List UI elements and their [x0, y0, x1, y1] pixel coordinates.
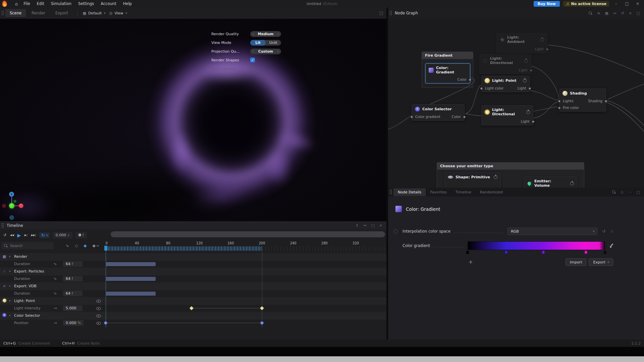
axis-gizmo[interactable]: z: [4, 190, 28, 221]
menu-file[interactable]: File: [22, 1, 31, 6]
node-color-selector[interactable]: Color Selector Color gradient Color: [412, 104, 465, 121]
timeline-search-box[interactable]: [1, 242, 54, 249]
track-lane[interactable]: [106, 268, 386, 275]
close-panel-icon[interactable]: ×: [379, 223, 382, 228]
frame-fire-gradient[interactable]: Fire Gradient Color: Gradient Color: [422, 52, 473, 88]
collapse-triangle[interactable]: ▾: [9, 314, 10, 317]
node-graph-canvas[interactable]: Light: Ambient Light Fire Gradient Color…: [388, 19, 644, 188]
track-row[interactable]: ▦ ▾ Render: [0, 253, 386, 260]
keyframe-diamond[interactable]: [190, 306, 194, 310]
import-button[interactable]: Import: [566, 258, 587, 266]
output-port[interactable]: [530, 69, 532, 72]
next-frame-button[interactable]: ▶|: [24, 234, 28, 237]
param-value-field[interactable]: 0.000 %: [63, 320, 84, 326]
track-lane[interactable]: [106, 290, 386, 297]
visibility-eye-icon[interactable]: [96, 313, 101, 318]
favorite-star-icon[interactable]: ☆: [610, 229, 614, 234]
track-row[interactable]: ∞ ▾ Export: VDB: [0, 283, 386, 290]
menu-simulation[interactable]: Simulation: [50, 1, 72, 6]
panel-drag-handle[interactable]: [1, 10, 4, 16]
stepper-prev-icon[interactable]: ‹: [253, 32, 254, 36]
add-gradient-stop-button[interactable]: +: [469, 259, 473, 265]
node-light-directional-disabled[interactable]: Light: Directional Light: [479, 54, 531, 74]
track-lane[interactable]: [106, 275, 386, 282]
input-port[interactable]: [480, 87, 483, 90]
track-param-row[interactable]: Duration ∿ 64 f: [0, 275, 386, 283]
z-axis-handle[interactable]: z: [9, 192, 14, 197]
visibility-eye-icon[interactable]: [96, 306, 101, 311]
track-row[interactable]: ▾ Light: Point: [0, 297, 386, 305]
fit-view-icon[interactable]: ↔: [613, 11, 616, 15]
node-light-directional[interactable]: Light: Directional Light: [481, 105, 533, 125]
expand-panel-icon[interactable]: □: [637, 190, 640, 194]
gradient-stop-handle[interactable]: [504, 250, 507, 254]
track-lane[interactable]: [106, 305, 386, 312]
track-lane[interactable]: [106, 253, 386, 260]
tab-scene[interactable]: Scene: [5, 9, 26, 17]
collapse-triangle[interactable]: ▾: [9, 285, 10, 288]
track-lane[interactable]: [106, 260, 386, 267]
frame-field[interactable]: 0 f: [75, 232, 87, 239]
menu-account[interactable]: Account: [100, 1, 117, 6]
menu-edit[interactable]: Edit: [36, 1, 45, 6]
stepper-next-icon[interactable]: ›: [277, 50, 279, 53]
curve-icon[interactable]: ∿: [54, 262, 57, 266]
track-lane[interactable]: [106, 319, 386, 326]
track-param-row[interactable]: Position → 0.000 %: [0, 319, 386, 327]
keyframe-diamond[interactable]: [260, 321, 264, 325]
tab-export[interactable]: Export: [51, 9, 72, 17]
negative-x-axis-handle[interactable]: [2, 204, 6, 208]
search-icon[interactable]: [612, 190, 616, 194]
tangent-tool-icon[interactable]: ∿: [66, 243, 69, 248]
search-input[interactable]: [10, 244, 47, 248]
shrink-panel-icon[interactable]: ↕: [356, 223, 359, 228]
view-mode-lit-button[interactable]: Lit: [250, 40, 266, 46]
projection-quality-stepper[interactable]: ‹ Custom ›: [250, 49, 281, 54]
output-port[interactable]: [546, 48, 548, 51]
track-lane[interactable]: [106, 297, 386, 304]
collapse-triangle[interactable]: ▾: [9, 299, 10, 302]
gizmo-origin-handle[interactable]: [9, 203, 14, 208]
param-value-field[interactable]: 5.000: [63, 305, 83, 311]
negative-z-axis-handle[interactable]: [9, 215, 14, 220]
license-warning-badge[interactable]: ⚠ No active license: [563, 1, 609, 7]
auto-key-icon[interactable]: ◆: [84, 243, 87, 248]
skip-to-end-button[interactable]: ▶▶|: [31, 234, 36, 237]
gradient-stop-handle[interactable]: [584, 250, 587, 254]
track-row[interactable]: ▾ Color Selector: [0, 312, 386, 319]
reset-view-icon[interactable]: ↺: [621, 11, 624, 15]
tab-favorites[interactable]: Favorites: [426, 188, 451, 196]
param-value-field[interactable]: 64 f: [63, 291, 83, 296]
power-toggle-icon[interactable]: [523, 79, 527, 82]
play-button[interactable]: ▶: [17, 233, 21, 238]
output-port[interactable]: [529, 87, 531, 90]
interpolation-dropdown[interactable]: RGB ▾: [507, 228, 597, 235]
curve-icon[interactable]: ∿: [54, 291, 57, 296]
color-gradient-bar[interactable]: [468, 241, 605, 250]
tab-randomized[interactable]: Randomized: [476, 188, 507, 196]
viewport-3d[interactable]: Render Quality ‹ Medium › View Mode Lit …: [0, 19, 386, 221]
stepper-next-icon[interactable]: ›: [277, 32, 279, 36]
timeline-zoom-scrollbar[interactable]: [111, 231, 385, 237]
stepper-prev-icon[interactable]: ‹: [253, 50, 254, 53]
arrow-icon[interactable]: →: [54, 306, 57, 310]
arrow-icon[interactable]: →: [54, 321, 57, 325]
keyframe-diamond[interactable]: [260, 306, 264, 310]
menu-settings[interactable]: Settings: [77, 1, 95, 6]
expand-panel-icon[interactable]: ↔: [363, 223, 366, 228]
panel-drag-handle[interactable]: [389, 189, 392, 195]
close-panel-icon[interactable]: ×: [629, 11, 632, 15]
duration-bar[interactable]: [106, 262, 156, 266]
minimize-button[interactable]: –: [612, 1, 620, 6]
maximize-button[interactable]: □: [623, 1, 631, 6]
duration-bar[interactable]: [106, 277, 156, 281]
power-toggle-icon[interactable]: [524, 59, 528, 63]
render-shapes-checkbox[interactable]: ✓: [250, 58, 255, 62]
y-axis-handle[interactable]: [13, 200, 16, 203]
home-icon[interactable]: ⌂: [15, 1, 18, 6]
view-mode-unlit-button[interactable]: Unlit: [266, 40, 281, 46]
grid-icon[interactable]: ▦: [605, 11, 608, 15]
search-icon[interactable]: [589, 11, 592, 15]
node-emitter-volume[interactable]: Emitter: Volume: [524, 177, 577, 188]
power-toggle-icon[interactable]: [494, 175, 497, 179]
